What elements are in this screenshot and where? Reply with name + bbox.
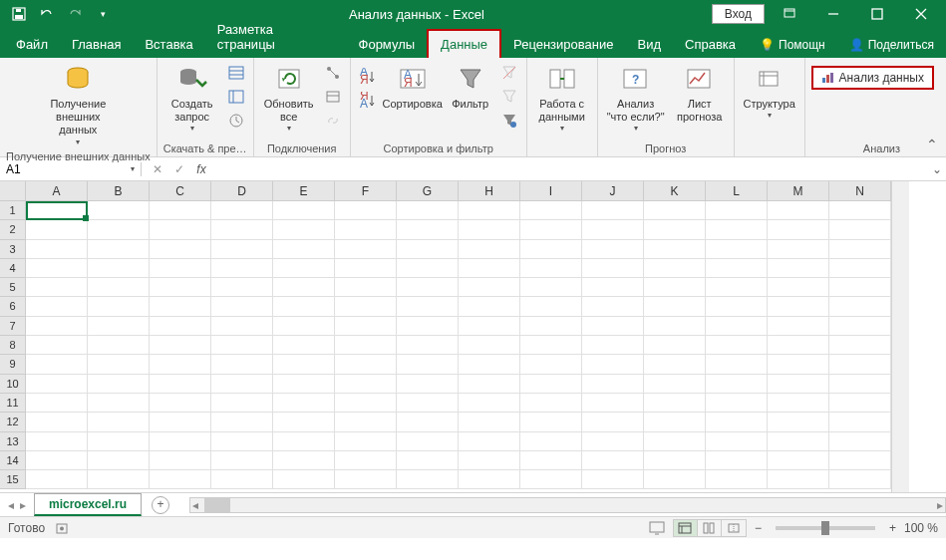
row-header[interactable]: 7 [0, 317, 26, 336]
cell[interactable] [582, 413, 644, 431]
get-external-data-button[interactable]: Получение внешних данных ▾ [43, 62, 113, 148]
cell[interactable] [520, 201, 582, 220]
cell[interactable] [150, 220, 211, 239]
ribbon-options-icon[interactable] [771, 0, 808, 28]
show-queries-icon[interactable] [225, 62, 247, 84]
cell[interactable] [520, 278, 582, 297]
cell[interactable] [273, 375, 335, 394]
column-header[interactable]: K [644, 181, 706, 201]
cell[interactable] [644, 432, 706, 451]
cell[interactable] [335, 317, 397, 336]
cell[interactable] [26, 355, 88, 374]
row-header[interactable]: 12 [0, 413, 26, 431]
cell[interactable] [644, 470, 706, 489]
cell[interactable] [520, 394, 582, 413]
cell[interactable] [26, 297, 88, 316]
cell[interactable] [26, 413, 88, 431]
data-tools-button[interactable]: Работа с данными ▾ [533, 62, 591, 135]
cell[interactable] [459, 432, 520, 451]
cell[interactable] [335, 259, 397, 278]
cell[interactable] [397, 355, 459, 374]
cell[interactable] [211, 432, 273, 451]
macro-record-icon[interactable] [55, 521, 69, 535]
cell[interactable] [768, 355, 829, 374]
cell[interactable] [582, 375, 644, 394]
cell[interactable] [706, 278, 768, 297]
cell[interactable] [829, 394, 891, 413]
cell[interactable] [706, 240, 768, 259]
cell[interactable] [397, 451, 459, 470]
collapse-ribbon-icon[interactable]: ⌃ [926, 137, 938, 152]
cell[interactable] [397, 470, 459, 489]
row-header[interactable]: 10 [0, 375, 26, 394]
tab-data[interactable]: Данные [427, 29, 501, 58]
cell[interactable] [644, 451, 706, 470]
cell[interactable] [26, 375, 88, 394]
cell[interactable] [397, 220, 459, 239]
column-header[interactable]: E [273, 181, 335, 201]
name-box-dropdown-icon[interactable]: ▾ [131, 164, 135, 173]
cell[interactable] [335, 201, 397, 220]
cell[interactable] [273, 413, 335, 431]
cell[interactable] [397, 317, 459, 336]
cell[interactable] [459, 413, 520, 431]
cell[interactable] [644, 240, 706, 259]
row-header[interactable]: 13 [0, 432, 26, 451]
cell[interactable] [459, 375, 520, 394]
cell[interactable] [273, 317, 335, 336]
column-header[interactable]: J [582, 181, 644, 201]
cell[interactable] [829, 297, 891, 316]
cell[interactable] [459, 201, 520, 220]
cell[interactable] [459, 470, 520, 489]
clear-filter-icon[interactable] [498, 62, 520, 84]
cell[interactable] [520, 240, 582, 259]
cell[interactable] [273, 451, 335, 470]
cell[interactable] [520, 355, 582, 374]
new-sheet-button[interactable]: + [152, 496, 169, 514]
cell[interactable] [88, 201, 150, 220]
cell[interactable] [459, 451, 520, 470]
cell[interactable] [706, 317, 768, 336]
cells-area[interactable] [26, 201, 891, 489]
cell[interactable] [644, 297, 706, 316]
normal-view-icon[interactable] [674, 520, 698, 536]
cell[interactable] [520, 297, 582, 316]
cell[interactable] [644, 375, 706, 394]
column-header[interactable]: D [211, 181, 273, 201]
cell[interactable] [397, 375, 459, 394]
cell[interactable] [582, 470, 644, 489]
cell[interactable] [335, 432, 397, 451]
cell[interactable] [335, 297, 397, 316]
cell[interactable] [26, 278, 88, 297]
cell[interactable] [644, 355, 706, 374]
cell[interactable] [829, 355, 891, 374]
cell[interactable] [150, 413, 211, 431]
row-header[interactable]: 1 [0, 201, 26, 220]
cell[interactable] [335, 336, 397, 355]
cell[interactable] [706, 259, 768, 278]
page-break-view-icon[interactable] [722, 520, 746, 536]
login-button[interactable]: Вход [712, 4, 765, 24]
cell[interactable] [582, 451, 644, 470]
cell[interactable] [273, 336, 335, 355]
cell[interactable] [88, 355, 150, 374]
zoom-level[interactable]: 100 % [904, 521, 938, 535]
cell[interactable] [520, 470, 582, 489]
cell[interactable] [211, 297, 273, 316]
fx-icon[interactable]: fx [191, 162, 211, 176]
cell[interactable] [768, 375, 829, 394]
cell[interactable] [211, 413, 273, 431]
cell[interactable] [150, 317, 211, 336]
row-header[interactable]: 15 [0, 470, 26, 489]
tab-view[interactable]: Вид [625, 31, 673, 58]
cell[interactable] [150, 336, 211, 355]
row-header[interactable]: 9 [0, 355, 26, 374]
cell[interactable] [768, 451, 829, 470]
sort-button[interactable]: AЯ Сортировка [383, 62, 443, 113]
column-header[interactable]: M [768, 181, 829, 201]
zoom-slider[interactable] [776, 526, 875, 530]
outline-button[interactable]: Структура ▾ [741, 62, 798, 122]
cell[interactable] [582, 278, 644, 297]
reapply-filter-icon[interactable] [498, 86, 520, 108]
cell[interactable] [88, 394, 150, 413]
